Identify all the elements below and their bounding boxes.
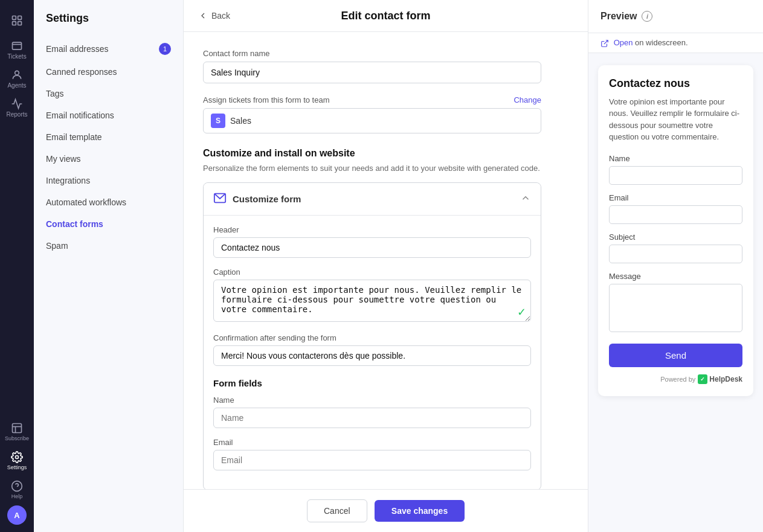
sidebar-item-email-notifications[interactable]: Email notifications	[34, 104, 183, 126]
svg-rect-2	[13, 22, 16, 25]
svg-point-5	[15, 71, 19, 75]
form-name-section: Contact form name	[203, 49, 568, 83]
caption-field-label: Caption	[213, 268, 531, 277]
helpdesk-logo-icon: ✓	[698, 374, 707, 384]
customize-box: Customize form Header Caption Votre opin…	[203, 182, 541, 489]
envelope-icon	[213, 191, 227, 207]
sidebar-item-spam[interactable]: Spam	[34, 235, 183, 257]
form-name-label: Contact form name	[203, 49, 568, 58]
chevron-up-icon	[520, 193, 531, 205]
name-field-label: Name	[213, 396, 531, 405]
nav-agents-label: Agents	[7, 82, 26, 89]
header-field-input[interactable]	[213, 237, 531, 258]
form-name-input[interactable]	[203, 62, 541, 83]
nav-tickets[interactable]: Tickets	[4, 36, 30, 63]
helpdesk-logo: ✓ HelpDesk	[698, 374, 742, 384]
preview-email-label: Email	[609, 193, 742, 202]
preview-powered-by: Powered by ✓ HelpDesk	[609, 374, 742, 384]
svg-rect-0	[13, 16, 16, 20]
assign-row: Assign tickets from this form to team Ch…	[203, 95, 541, 104]
svg-rect-3	[18, 22, 22, 25]
nav-help-label: Help	[11, 493, 23, 499]
save-button[interactable]: Save changes	[375, 500, 465, 522]
assign-label: Assign tickets from this form to team	[203, 95, 330, 104]
icon-nav: Tickets Agents Reports Subscribe Setting…	[0, 0, 34, 532]
preview-body: Contactez nous Votre opinion est importa…	[588, 53, 763, 532]
team-avatar: S	[211, 114, 225, 128]
nav-tickets-label: Tickets	[7, 53, 26, 60]
preview-header: Preview i	[588, 0, 763, 33]
preview-name-input[interactable]	[609, 166, 742, 185]
nav-dashboard[interactable]	[4, 7, 30, 34]
preview-title: Preview	[600, 11, 637, 22]
preview-message-textarea[interactable]	[609, 284, 742, 332]
svg-rect-1	[18, 16, 22, 20]
confirmation-field-input[interactable]	[213, 345, 531, 366]
header-field-group: Header	[213, 225, 531, 258]
header-field-label: Header	[213, 225, 531, 234]
customize-desc: Personalize the form elements to suit yo…	[203, 164, 541, 173]
sidebar-item-email-addresses[interactable]: Email addresses 1	[34, 37, 183, 61]
name-field-input[interactable]	[213, 408, 531, 428]
sidebar-item-contact-forms[interactable]: Contact forms	[34, 213, 183, 235]
change-link[interactable]: Change	[513, 95, 541, 104]
preview-name-label: Name	[609, 154, 742, 163]
preview-subject-input[interactable]	[609, 245, 742, 263]
sidebar-item-canned-responses[interactable]: Canned responses	[34, 61, 183, 83]
preview-message-label: Message	[609, 272, 742, 281]
user-avatar[interactable]: A	[7, 505, 27, 525]
caption-textarea-wrapper: Votre opinion est importante pour nous. …	[213, 280, 531, 324]
email-field-input[interactable]	[213, 450, 531, 470]
preview-card-desc: Votre opinion est importante pour nous. …	[609, 96, 742, 143]
nav-agents[interactable]: Agents	[4, 65, 30, 92]
svg-line-11	[604, 40, 608, 43]
team-badge: S Sales	[203, 108, 541, 133]
preview-email-input[interactable]	[609, 205, 742, 224]
nav-subscribe-label: Subscribe	[5, 435, 29, 441]
footer-bar: Cancel Save changes	[184, 489, 588, 532]
open-widescreen-link[interactable]: Open	[614, 38, 633, 47]
page-title: Edit contact form	[341, 10, 430, 22]
sidebar-item-tags[interactable]: Tags	[34, 83, 183, 104]
nav-help[interactable]: Help	[4, 476, 30, 503]
svg-rect-4	[13, 42, 22, 50]
sidebar-title: Settings	[34, 12, 183, 37]
preview-panel: Preview i Open on widescreen. Contactez …	[588, 0, 763, 532]
customize-accordion-header[interactable]: Customize form	[204, 183, 541, 215]
nav-reports[interactable]: Reports	[4, 94, 30, 121]
svg-rect-6	[13, 424, 22, 433]
customize-accordion-body: Header Caption Votre opinion est importa…	[204, 215, 541, 489]
assign-team-section: Assign tickets from this form to team Ch…	[203, 95, 568, 133]
nav-subscribe[interactable]: Subscribe	[4, 418, 30, 445]
sidebar-item-automated-workflows[interactable]: Automated workflows	[34, 191, 183, 213]
preview-card-title: Contactez nous	[609, 77, 742, 90]
nav-settings-label: Settings	[7, 464, 27, 470]
back-button[interactable]: Back	[198, 11, 230, 21]
sidebar-item-my-views[interactable]: My views	[34, 148, 183, 170]
confirmation-field-group: Confirmation after sending the form	[213, 333, 531, 366]
sidebar-item-integrations[interactable]: Integrations	[34, 170, 183, 191]
main-content: Back Edit contact form Contact form name…	[184, 0, 588, 532]
email-field-group: Email	[213, 438, 531, 470]
svg-point-7	[16, 456, 19, 459]
nav-settings[interactable]: Settings	[4, 447, 30, 474]
nav-reports-label: Reports	[6, 111, 27, 118]
email-field-label: Email	[213, 438, 531, 447]
team-name: Sales	[230, 116, 251, 126]
cancel-button[interactable]: Cancel	[307, 499, 367, 522]
name-field-group: Name	[213, 396, 531, 428]
sidebar-item-email-template[interactable]: Email template	[34, 126, 183, 148]
sidebar: Settings Email addresses 1 Canned respon…	[34, 0, 184, 532]
caption-check-icon: ✓	[517, 306, 526, 319]
caption-textarea[interactable]: Votre opinion est importante pour nous. …	[213, 280, 531, 322]
customize-heading: Customize and install on website	[203, 148, 568, 159]
main-header: Back Edit contact form	[184, 0, 588, 32]
main-body: Contact form name Assign tickets from th…	[184, 32, 588, 489]
preview-card: Contactez nous Votre opinion est importa…	[598, 65, 753, 396]
preview-open-link: Open on widescreen.	[588, 33, 763, 53]
back-arrow-icon	[198, 11, 208, 21]
preview-send-button[interactable]: Send	[609, 344, 742, 367]
caption-field-group: Caption Votre opinion est importante pou…	[213, 268, 531, 324]
preview-info-icon[interactable]: i	[642, 11, 652, 22]
customize-accordion-title: Customize form	[233, 194, 514, 204]
